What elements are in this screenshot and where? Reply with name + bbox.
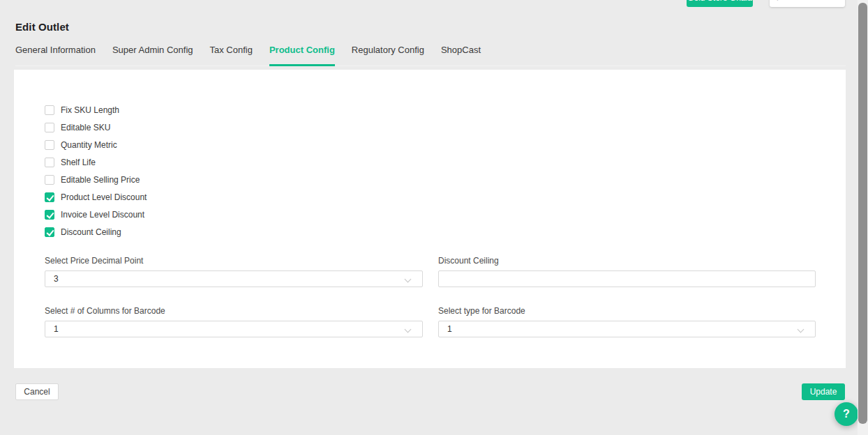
checkbox-label: Quantity Metric bbox=[61, 140, 117, 150]
switch-brands-button[interactable]: ⇄ Switch Brands bbox=[770, 0, 845, 7]
cancel-button[interactable]: Cancel bbox=[15, 383, 59, 400]
barcode-type-label: Select type for Barcode bbox=[438, 306, 525, 316]
checkbox-icon bbox=[45, 105, 54, 115]
checkbox-discount-ceiling[interactable]: Discount Ceiling bbox=[45, 223, 147, 241]
chevron-down-icon bbox=[405, 326, 411, 332]
checkbox-shelf-life[interactable]: Shelf Life bbox=[45, 153, 147, 171]
checkbox-icon bbox=[45, 227, 54, 237]
checkbox-icon bbox=[45, 158, 54, 167]
checkbox-icon bbox=[45, 192, 54, 202]
price-decimal-select[interactable]: 3 bbox=[45, 270, 423, 287]
checkbox-icon bbox=[45, 175, 54, 185]
checkbox-icon bbox=[45, 140, 54, 150]
barcode-type-value: 1 bbox=[447, 324, 798, 334]
barcode-columns-label: Select # of Columns for Barcode bbox=[45, 306, 165, 316]
tab-bar: General Information Super Admin Config T… bbox=[15, 43, 846, 66]
barcode-columns-select[interactable]: 1 bbox=[45, 321, 423, 337]
checkbox-icon bbox=[45, 210, 54, 220]
barcode-columns-value: 1 bbox=[54, 324, 405, 334]
price-decimal-value: 3 bbox=[54, 274, 405, 284]
checkbox-product-level-discount[interactable]: Product Level Discount bbox=[45, 188, 147, 206]
store-name-button[interactable]: Gold Store Ghala bbox=[687, 0, 753, 7]
scrollbar-thumb[interactable] bbox=[858, 3, 867, 424]
page-title: Edit Outlet bbox=[15, 21, 69, 33]
checkbox-label: Fix SKU Length bbox=[61, 105, 119, 115]
checkbox-label: Discount Ceiling bbox=[61, 227, 121, 237]
discount-ceiling-field-wrap bbox=[438, 270, 816, 287]
checkbox-label: Editable Selling Price bbox=[61, 175, 140, 185]
tab-super-admin-config[interactable]: Super Admin Config bbox=[112, 43, 193, 66]
tab-regulatory-config[interactable]: Regulatory Config bbox=[352, 43, 424, 66]
checkbox-editable-sku[interactable]: Editable SKU bbox=[45, 119, 147, 136]
switch-brands-label: Switch Brands bbox=[786, 0, 839, 2]
checkbox-label: Editable SKU bbox=[61, 123, 110, 132]
discount-ceiling-label: Discount Ceiling bbox=[438, 256, 499, 266]
tab-general-information[interactable]: General Information bbox=[15, 43, 96, 66]
checkbox-list: Fix SKU Length Editable SKU Quantity Met… bbox=[45, 101, 147, 241]
price-decimal-label: Select Price Decimal Point bbox=[45, 256, 143, 266]
update-button[interactable]: Update bbox=[802, 383, 845, 400]
checkbox-label: Product Level Discount bbox=[61, 192, 147, 202]
checkbox-icon bbox=[45, 123, 54, 132]
checkbox-editable-selling-price[interactable]: Editable Selling Price bbox=[45, 171, 147, 188]
switch-icon: ⇄ bbox=[776, 0, 782, 2]
scrollbar-track[interactable] bbox=[858, 0, 868, 435]
chevron-down-icon bbox=[798, 326, 804, 332]
tab-product-config[interactable]: Product Config bbox=[269, 43, 335, 66]
chevron-down-icon bbox=[405, 276, 411, 282]
barcode-type-select[interactable]: 1 bbox=[438, 321, 816, 337]
discount-ceiling-input[interactable] bbox=[439, 271, 815, 287]
checkbox-fix-sku-length[interactable]: Fix SKU Length bbox=[45, 101, 147, 119]
product-config-panel: Fix SKU Length Editable SKU Quantity Met… bbox=[14, 70, 846, 368]
tab-shopcast[interactable]: ShopCast bbox=[441, 43, 481, 66]
checkbox-invoice-level-discount[interactable]: Invoice Level Discount bbox=[45, 206, 147, 223]
checkbox-label: Shelf Life bbox=[61, 158, 96, 167]
tab-tax-config[interactable]: Tax Config bbox=[210, 43, 253, 66]
checkbox-label: Invoice Level Discount bbox=[61, 210, 144, 220]
checkbox-quantity-metric[interactable]: Quantity Metric bbox=[45, 136, 147, 153]
help-button[interactable]: ? bbox=[835, 402, 858, 426]
